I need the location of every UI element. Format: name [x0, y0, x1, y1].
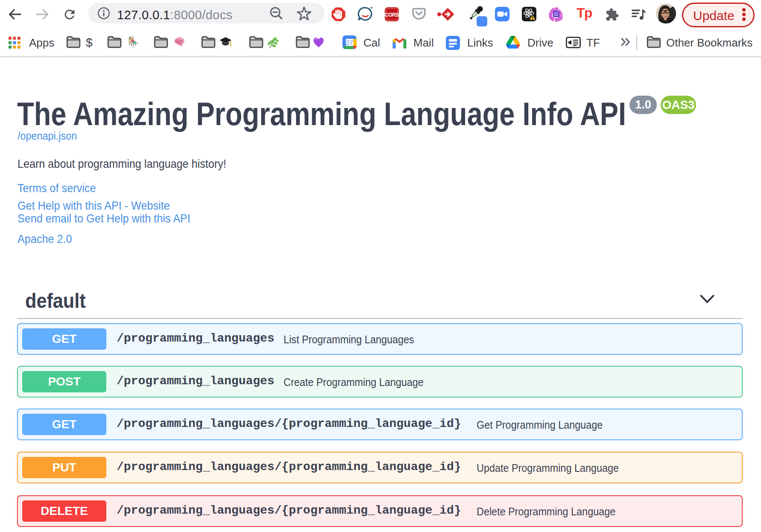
- svg-text:27: 27: [346, 39, 353, 46]
- svg-text:CORS: CORS: [385, 12, 399, 18]
